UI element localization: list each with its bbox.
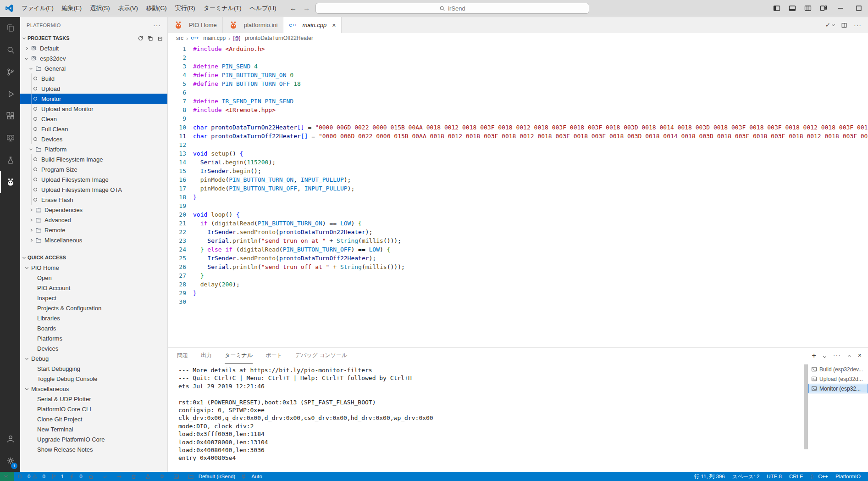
status-plug-auto[interactable]: Auto <box>238 472 265 481</box>
tree-item-inspect[interactable]: Inspect <box>20 293 167 303</box>
code-line-15[interactable]: 15 IrSender.begin(); <box>168 167 868 175</box>
code-line-18[interactable]: 18} <box>168 193 868 201</box>
more-icon[interactable]: ··· <box>833 352 841 360</box>
code-line-26[interactable]: 26 Serial.println("send trun off at " + … <box>168 263 868 271</box>
code-line-27[interactable]: 27 } <box>168 271 868 280</box>
tree-item-default[interactable]: Default <box>20 43 167 53</box>
activity-search-icon[interactable] <box>0 39 20 61</box>
status-utf-8[interactable]: UTF-8 <box>763 472 785 481</box>
status-arrow-right[interactable] <box>114 472 128 481</box>
terminal-list-monitor-esp32[interactable]: Monitor (esp32... <box>808 384 868 393</box>
command-search-input[interactable]: irSend <box>315 3 589 14</box>
code-line-25[interactable]: 25 IrSender.sendPronto(prontoDataTurnOff… <box>168 254 868 263</box>
tree-item-esp32dev[interactable]: esp32dev <box>20 53 167 63</box>
tree-item-clone-git-project[interactable]: Clone Git Project <box>20 414 167 424</box>
layout-centered-icon[interactable] <box>800 0 816 17</box>
layers-icon[interactable] <box>147 35 153 41</box>
code-line-23[interactable]: 23 Serial.println("send trun on at " + S… <box>168 236 868 245</box>
tree-item-open[interactable]: Open <box>20 273 167 283</box>
tree-item-build-filesystem-image[interactable]: Build Filesystem Image <box>20 154 167 164</box>
tree-item-remote[interactable]: Remote <box>20 225 167 235</box>
activity-testing-icon[interactable] <box>0 149 20 171</box>
tree-item-advanced[interactable]: Advanced <box>20 215 167 225</box>
code-line-4[interactable]: 4#define PIN_BUTTON_TURN_ON 0 <box>168 71 868 79</box>
tree-item-devices[interactable]: Devices <box>20 134 167 144</box>
code-editor[interactable]: 1#include <Arduino.h>23#define PIN_SEND … <box>168 43 868 347</box>
code-line-12[interactable]: 12 <box>168 140 868 149</box>
menu-r[interactable]: 実行(R) <box>171 3 199 13</box>
status-error-0[interactable]: 00 <box>15 472 48 481</box>
code-line-17[interactable]: 17 pinMode(PIN_BUTTON_TURN_OFF, INPUT_PU… <box>168 184 868 193</box>
terminal-list-build-esp32dev[interactable]: Build (esp32dev... <box>808 364 868 374</box>
code-line-2[interactable]: 2 <box>168 53 868 62</box>
status-branch-1[interactable]: 1 <box>48 472 66 481</box>
panel-tab-[interactable]: ポート <box>265 348 282 364</box>
more-icon[interactable]: ··· <box>854 22 862 29</box>
tree-item-program-size[interactable]: Program Size <box>20 164 167 174</box>
tree-item-erase-flash[interactable]: Erase Flash <box>20 195 167 205</box>
breadcrumb-main-cpp[interactable]: C++main.cpp <box>191 35 226 41</box>
activity-platformio-icon[interactable] <box>0 171 20 193</box>
tree-item-clean[interactable]: Clean <box>20 114 167 124</box>
tree-item-boards[interactable]: Boards <box>20 323 167 333</box>
split-editor-icon[interactable] <box>841 22 847 28</box>
status-plug[interactable] <box>156 472 171 481</box>
tree-item-miscellaneous[interactable]: Miscellaneous <box>20 384 167 394</box>
activity-source-control-icon[interactable] <box>0 61 20 83</box>
chevron-up-icon[interactable] <box>848 352 851 360</box>
status-beaker[interactable] <box>142 472 156 481</box>
code-line-1[interactable]: 1#include <Arduino.h> <box>168 45 868 53</box>
code-line-19[interactable]: 19 <box>168 201 868 210</box>
code-line-28[interactable]: 28 delay(200); <box>168 280 868 289</box>
tree-item-upgrade-platformio-core[interactable]: Upgrade PlatformIO Core <box>20 434 167 444</box>
code-line-29[interactable]: 29} <box>168 289 868 297</box>
layout-custom-icon[interactable] <box>816 0 831 17</box>
terminal-list-upload-esp32d[interactable]: Upload (esp32d... <box>808 374 868 384</box>
section-header-project-tasks[interactable]: PROJECT TASKS <box>20 33 167 43</box>
breadcrumb-prontodataturnoff22heater[interactable]: [@]prontoDataTurnOff22Heater <box>233 35 313 41</box>
tree-item-devices[interactable]: Devices <box>20 343 167 353</box>
tree-item-upload-and-monitor[interactable]: Upload and Monitor <box>20 104 167 114</box>
tree-item-dependencies[interactable]: Dependencies <box>20 205 167 215</box>
tree-item-pio-account[interactable]: PIO Account <box>20 283 167 293</box>
tab-pio-home[interactable]: PIO Home <box>168 17 223 33</box>
tree-item-pio-home[interactable]: PIO Home <box>20 263 167 273</box>
panel-tab-[interactable]: 問題 <box>177 348 188 364</box>
activity-settings-icon[interactable]: 1 <box>0 450 20 472</box>
menu-f[interactable]: ファイル(F) <box>17 3 58 13</box>
terminal-output[interactable]: --- More details at https://bit.ly/pio-m… <box>168 364 804 472</box>
status-crlf[interactable]: CRLF <box>785 472 807 481</box>
menu-s[interactable]: 選択(S) <box>86 3 114 13</box>
section-header-quick-access[interactable]: QUICK ACCESS <box>20 252 167 263</box>
tree-item-platform[interactable]: Platform <box>20 144 167 154</box>
layout-panel-icon[interactable] <box>785 0 800 17</box>
terminal-scrollbar[interactable] <box>804 364 808 472</box>
tab-platformio-ini[interactable]: platformio.ini <box>223 17 284 33</box>
tree-item-miscellaneous[interactable]: Miscellaneous <box>20 235 167 245</box>
activity-account-icon[interactable] <box>0 428 20 450</box>
chevron-down-icon[interactable] <box>824 352 826 360</box>
tree-item-platformio-core-cli[interactable]: PlatformIO Core CLI <box>20 404 167 414</box>
status-zap-0[interactable]: 0 <box>66 472 85 481</box>
breadcrumb-src[interactable]: src <box>176 35 183 41</box>
tree-item-full-clean[interactable]: Full Clean <box>20 124 167 134</box>
code-line-8[interactable]: 8#include <IRremote.hpp> <box>168 106 868 114</box>
status-c[interactable]: {}C++ <box>807 472 832 481</box>
status-terminal[interactable] <box>171 472 185 481</box>
code-line-6[interactable]: 6 <box>168 88 868 97</box>
status-platformio[interactable]: PlatformIO <box>832 472 864 481</box>
code-line-14[interactable]: 14 Serial.begin(115200); <box>168 158 868 167</box>
panel-tab-[interactable]: デバッグ コンソール <box>295 348 348 364</box>
code-line-5[interactable]: 5#define PIN_BUTTON_TURN_OFF 18 <box>168 79 868 88</box>
tree-item-toggle-debug-console[interactable]: Toggle Debug Console <box>20 374 167 384</box>
tree-item-new-terminal[interactable]: New Terminal <box>20 424 167 434</box>
tab-main-cpp[interactable]: C++main.cpp× <box>283 17 342 33</box>
refresh-icon[interactable] <box>138 35 144 41</box>
menu-e[interactable]: 編集(E) <box>58 3 86 13</box>
tree-item-projects-configuration[interactable]: Projects & Configuration <box>20 303 167 313</box>
code-line-24[interactable]: 24 } else if (digitalRead(PIN_BUTTON_TUR… <box>168 245 868 254</box>
build-check-icon[interactable]: ✓ <box>825 22 835 28</box>
code-line-9[interactable]: 9 <box>168 114 868 123</box>
menu-h[interactable]: ヘルプ(H) <box>246 3 281 13</box>
code-line-21[interactable]: 21 if (digitalRead(PIN_BUTTON_TURN_ON) =… <box>168 219 868 228</box>
